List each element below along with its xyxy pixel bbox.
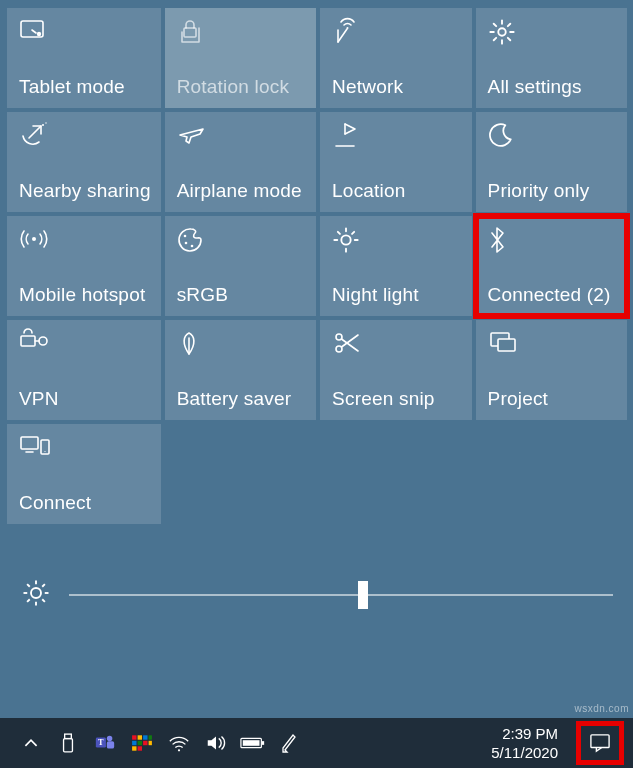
tile-label: Network [332, 76, 461, 98]
tile-network[interactable]: Network [320, 8, 471, 108]
svg-rect-52 [138, 735, 142, 739]
svg-text:T: T [98, 738, 104, 747]
tile-label: All settings [488, 76, 617, 98]
volume-icon[interactable] [205, 732, 227, 754]
svg-line-20 [352, 232, 354, 234]
moon-icon [488, 122, 516, 150]
tile-label: Airplane mode [177, 180, 306, 202]
bluetooth-icon [488, 226, 516, 254]
svg-point-15 [341, 235, 350, 244]
tile-label: Tablet mode [19, 76, 151, 98]
clock-time: 2:39 PM [491, 724, 558, 744]
svg-rect-46 [64, 739, 73, 752]
tile-label: VPN [19, 388, 151, 410]
tile-vpn[interactable]: VPN [7, 320, 161, 420]
tile-nearby-sharing[interactable]: Nearby sharing [7, 112, 161, 212]
svg-rect-2 [184, 28, 196, 37]
tile-connect[interactable]: Connect [7, 424, 161, 524]
tile-label: Rotation lock [177, 76, 306, 98]
svg-line-44 [42, 584, 45, 587]
svg-point-1 [37, 32, 41, 36]
location-icon [332, 122, 360, 150]
svg-point-6 [498, 28, 505, 35]
taskbar-clock[interactable]: 2:39 PM 5/11/2020 [491, 724, 564, 763]
usb-icon[interactable] [57, 732, 79, 754]
slider-thumb[interactable] [358, 581, 368, 609]
svg-point-23 [39, 337, 47, 345]
svg-rect-51 [132, 735, 136, 739]
palette-icon [177, 226, 205, 254]
svg-point-9 [45, 122, 46, 123]
tile-label: Project [488, 388, 617, 410]
svg-rect-22 [21, 336, 35, 346]
share-icon [19, 122, 47, 150]
svg-line-5 [338, 29, 347, 42]
svg-rect-32 [21, 437, 38, 449]
svg-point-14 [190, 245, 193, 248]
svg-rect-64 [262, 741, 264, 745]
tablet-icon [19, 18, 47, 46]
tile-label: sRGB [177, 284, 306, 306]
brightness-slider[interactable] [69, 583, 613, 607]
svg-rect-65 [243, 740, 260, 746]
battery-icon[interactable] [242, 732, 264, 754]
tile-label: Screen snip [332, 388, 461, 410]
pen-icon[interactable] [279, 732, 301, 754]
svg-rect-59 [132, 746, 136, 750]
slider-track [69, 594, 613, 596]
svg-rect-58 [149, 741, 152, 745]
tile-battery-saver[interactable]: Battery saver [165, 320, 316, 420]
svg-line-42 [42, 599, 45, 602]
tile-label: Battery saver [177, 388, 306, 410]
action-center-panel: Tablet modeRotation lockNetworkAll setti… [7, 8, 627, 718]
night-light-icon [332, 226, 360, 254]
clock-date: 5/11/2020 [491, 743, 558, 763]
svg-point-35 [44, 451, 45, 452]
svg-point-36 [31, 588, 41, 598]
tile-label: Priority only [488, 180, 617, 202]
svg-rect-53 [143, 735, 147, 739]
gear-icon [488, 18, 516, 46]
project-icon [488, 330, 516, 358]
tile-project[interactable]: Project [476, 320, 627, 420]
svg-rect-60 [138, 746, 142, 750]
wifi-antenna-icon [332, 18, 360, 46]
tile-label: Location [332, 180, 461, 202]
svg-point-8 [42, 124, 44, 126]
tile-all-settings[interactable]: All settings [476, 8, 627, 108]
tile-night-light[interactable]: Night light [320, 216, 471, 316]
tile-label: Connected (2) [488, 284, 617, 306]
tile-mobile-hotspot[interactable]: Mobile hotspot [7, 216, 161, 316]
taskbar: T 2:39 PM 5/11/20 [0, 718, 633, 768]
svg-marker-62 [208, 737, 216, 750]
teams-icon[interactable]: T [94, 732, 116, 754]
wifi-icon[interactable] [168, 732, 190, 754]
svg-point-61 [178, 749, 180, 751]
tile-location[interactable]: Location [320, 112, 471, 212]
app-grid-icon[interactable] [131, 732, 153, 754]
quick-actions-grid: Tablet modeRotation lockNetworkAll setti… [7, 8, 627, 524]
tile-bluetooth[interactable]: Connected (2) [476, 216, 627, 316]
tile-rotation-lock[interactable]: Rotation lock [165, 8, 316, 108]
svg-rect-55 [132, 741, 136, 745]
tile-priority-only[interactable]: Priority only [476, 112, 627, 212]
hotspot-icon [19, 226, 47, 254]
connect-icon [19, 434, 47, 462]
tray-chevron-icon[interactable] [20, 732, 42, 754]
action-center-button[interactable] [579, 724, 621, 762]
brightness-row [7, 578, 627, 612]
tile-srgb[interactable]: sRGB [165, 216, 316, 316]
rotation-lock-icon [177, 18, 205, 46]
svg-rect-57 [143, 741, 147, 745]
tile-screen-snip[interactable]: Screen snip [320, 320, 471, 420]
svg-line-7 [29, 126, 41, 138]
tile-airplane-mode[interactable]: Airplane mode [165, 112, 316, 212]
svg-point-13 [184, 242, 187, 245]
vpn-icon [19, 330, 47, 358]
svg-line-43 [27, 599, 30, 602]
svg-line-19 [338, 232, 340, 234]
tile-tablet-mode[interactable]: Tablet mode [7, 8, 161, 108]
airplane-icon [177, 122, 205, 150]
svg-rect-45 [65, 734, 72, 738]
tile-label: Mobile hotspot [19, 284, 151, 306]
